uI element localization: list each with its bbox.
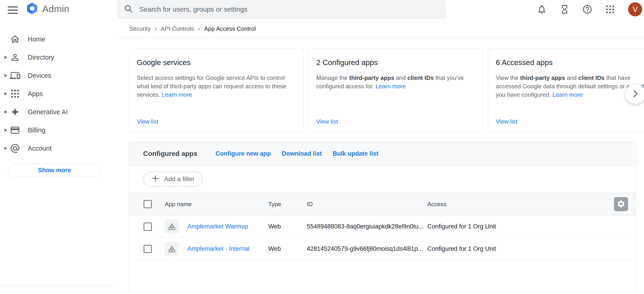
view-list-link[interactable]: View list — [316, 118, 338, 125]
learn-more-link[interactable]: Learn more — [376, 83, 406, 90]
app-client-id: 55489488083-8aq0ergiuiapkdk28el9n0tu... — [307, 223, 427, 230]
card-description: View the third-party apps and client IDs… — [496, 74, 644, 99]
app-access: Configured for 1 Org Unit — [427, 223, 614, 230]
sidebar-item-label: Home — [28, 36, 45, 43]
table-row: Amplemarket - Internal Web 428145240579-… — [129, 238, 636, 260]
card-text: and — [394, 74, 407, 81]
app-category-icon — [165, 220, 179, 234]
sidebar-item-devices[interactable]: Devices — [0, 66, 118, 85]
card-title: 6 Accessed apps — [496, 58, 644, 67]
sidebar-item-label: Directory — [28, 54, 54, 61]
breadcrumb-security[interactable]: Security — [129, 25, 151, 32]
app-name-link[interactable]: Amplemarket Warmup — [187, 223, 248, 230]
sparkle-icon — [10, 106, 20, 118]
notifications-bell-icon[interactable] — [536, 4, 548, 15]
card-description: Manage the third-party apps and client I… — [316, 74, 475, 90]
expand-arrow-icon[interactable] — [2, 74, 10, 77]
chevron-right-icon — [630, 89, 640, 100]
hamburger-menu-icon[interactable] — [8, 4, 20, 16]
show-more-button[interactable]: Show more — [8, 164, 101, 177]
card-description: Select access settings for Google servic… — [137, 74, 295, 99]
expand-arrow-icon[interactable] — [2, 110, 10, 114]
table-row: Amplemarket Warmup Web 55489488083-8aq0e… — [129, 216, 636, 238]
home-icon — [10, 34, 20, 44]
bulk-update-list-link[interactable]: Bulk update list — [333, 150, 378, 157]
learn-more-link[interactable]: Learn more — [162, 91, 192, 98]
sidebar-item-label: Apps — [28, 90, 43, 98]
sidebar-item-apps[interactable]: Apps — [0, 85, 118, 103]
card-text-bold: client IDs — [578, 74, 605, 81]
table-settings-button[interactable] — [614, 197, 628, 211]
summary-cards: Google services Select access settings f… — [129, 48, 644, 133]
chevron-separator-icon: › — [198, 25, 200, 32]
pending-tasks-hourglass-icon[interactable] — [559, 4, 570, 15]
card-text: View the — [496, 74, 520, 81]
breadcrumb: Security › API Controls › App Access Con… — [118, 20, 644, 37]
card-text-bold: client IDs — [407, 74, 434, 81]
at-sign-icon — [10, 143, 20, 154]
sidebar-item-billing[interactable]: Billing — [0, 121, 118, 139]
sidebar-item-label: Billing — [28, 126, 45, 134]
app-bar-actions: V — [536, 0, 642, 19]
search-icon — [124, 4, 133, 14]
card-text: Select access settings for Google servic… — [137, 74, 286, 98]
column-header-app-name[interactable]: App name — [165, 201, 268, 208]
card-text: Manage the — [316, 74, 349, 81]
expand-arrow-icon[interactable] — [2, 147, 10, 150]
sidebar-item-home[interactable]: Home — [0, 30, 118, 48]
app-access: Configured for 1 Org Unit — [427, 245, 614, 252]
column-header-id[interactable]: ID — [307, 201, 427, 208]
row-checkbox[interactable] — [144, 222, 152, 231]
app-bar: Admin — [0, 0, 644, 20]
app-category-icon — [165, 242, 179, 256]
add-filter-button[interactable]: Add a filter — [143, 172, 203, 186]
expand-arrow-icon[interactable] — [2, 92, 10, 95]
sidebar-item-directory[interactable]: Directory — [0, 48, 118, 66]
column-header-access[interactable]: Access — [427, 201, 614, 208]
download-list-link[interactable]: Download list — [282, 150, 322, 157]
breadcrumb-api-controls[interactable]: API Controls — [161, 25, 194, 32]
app-type: Web — [268, 223, 307, 230]
sidebar-item-label: Account — [28, 145, 52, 152]
configure-new-app-link[interactable]: Configure new app — [216, 150, 271, 157]
learn-more-link[interactable]: Learn more — [552, 91, 583, 98]
help-icon[interactable] — [582, 4, 593, 15]
search-input[interactable] — [139, 6, 440, 13]
carousel-next-button[interactable] — [625, 84, 644, 104]
plus-icon — [151, 174, 160, 184]
gear-icon — [617, 200, 625, 209]
card-title: 2 Configured apps — [316, 58, 475, 67]
add-filter-label: Add a filter — [164, 176, 194, 183]
credit-card-icon — [10, 125, 20, 136]
app-name-link[interactable]: Amplemarket - Internal — [187, 245, 250, 252]
card-configured-apps: 2 Configured apps Manage the third-party… — [308, 48, 483, 133]
card-google-services: Google services Select access settings f… — [129, 48, 304, 133]
breadcrumb-current-page: App Access Control — [204, 25, 256, 32]
row-checkbox[interactable] — [144, 245, 152, 253]
view-list-link[interactable]: View list — [137, 118, 158, 125]
sidebar-item-generative-ai[interactable]: Generative AI — [0, 103, 118, 121]
app-client-id: 428145240579-g9v66fj80moisq1ds4l81p... — [307, 245, 427, 252]
account-avatar[interactable]: V — [628, 2, 642, 16]
admin-logo-icon — [26, 2, 39, 16]
view-list-link[interactable]: View list — [496, 118, 518, 125]
configured-apps-toolbar: Configured apps Configure new app Downlo… — [129, 142, 636, 166]
sidebar-item-label: Devices — [28, 72, 51, 80]
product-name: Admin — [42, 4, 70, 14]
column-header-type[interactable]: Type — [268, 201, 307, 208]
person-icon — [10, 52, 20, 63]
sidebar-item-label: Generative AI — [28, 108, 68, 116]
expand-arrow-icon[interactable] — [2, 128, 10, 132]
expand-arrow-icon[interactable] — [2, 56, 10, 59]
select-all-checkbox[interactable] — [144, 200, 152, 208]
sidebar-item-account[interactable]: Account — [0, 139, 118, 158]
card-title: Google services — [137, 58, 295, 67]
search-bar[interactable] — [118, 0, 446, 19]
google-apps-grid-icon[interactable] — [604, 4, 616, 15]
sidebar-nav: Home Directory Devices Apps — [0, 20, 118, 294]
devices-icon — [10, 70, 20, 81]
chevron-separator-icon: › — [155, 25, 157, 32]
section-title: Configured apps — [143, 150, 197, 158]
card-text-bold: third-party apps — [349, 74, 394, 81]
filter-row: Add a filter — [129, 166, 636, 193]
